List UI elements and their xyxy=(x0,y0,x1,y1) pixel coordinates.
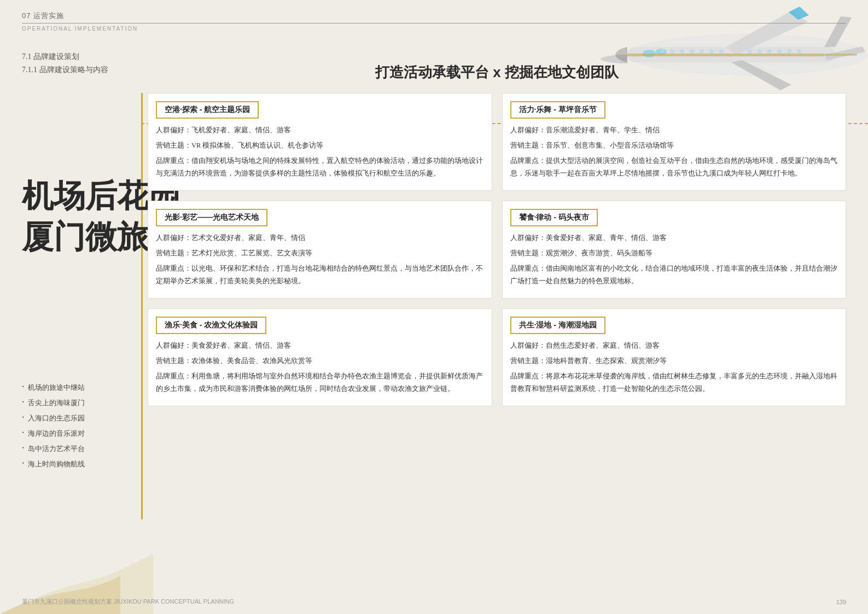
card-body-6: 人群偏好：自然生态爱好者、家庭、情侣、游客营销主题：湿地科普教育、生态探索、观赏… xyxy=(503,340,846,406)
top-header: 07 运营实施 OPERATIONAL IMPLEMENTATION xyxy=(22,11,846,32)
content-card-2: 活力·乐舞 - 草坪音乐节人群偏好：音乐潮流爱好者、青年、学生、情侣营销主题：音… xyxy=(502,93,847,191)
card-header-3: 光影·彩艺——光电艺术天地 xyxy=(156,209,267,226)
card-body-text: 人群偏好：飞机爱好者、家庭、情侣、游客 xyxy=(156,124,484,137)
card-header-5: 渔乐·美食 - 农渔文化体验园 xyxy=(156,317,266,334)
card-body-text: 品牌重点：利用鱼塘，将利用场馆与室外自然环境相结合举办特色农渔主题博览会，并提供… xyxy=(156,370,484,396)
main-content: 打造活动承载平台 x 挖掘在地文创团队 空港·探索 - 航空主题乐园人群偏好：飞… xyxy=(148,63,846,406)
footer-page-number: 139 xyxy=(836,599,846,605)
footer-left-text: 厦门市九溪口公园概念性规划方案 JIUXIKOU PARK CONCEPTUAL… xyxy=(22,598,234,606)
section-title-1: 7.1 品牌建设策划 xyxy=(22,52,108,62)
card-body-text: 营销主题：农渔体验、美食品尝、农渔风光欣赏等 xyxy=(156,355,484,368)
svg-rect-15 xyxy=(777,49,782,54)
svg-rect-5 xyxy=(660,49,665,54)
svg-rect-4 xyxy=(627,54,824,56)
card-header-4: 饕食·律动 - 码头夜市 xyxy=(510,209,598,226)
card-body-text: 品牌重点：借由翔安机场与场地之间的特殊发展特性，置入航空特色的体验活动，通过多功… xyxy=(156,155,484,181)
content-card-1: 空港·探索 - 航空主题乐园人群偏好：飞机爱好者、家庭、情侣、游客营销主题：VR… xyxy=(148,93,492,191)
svg-rect-9 xyxy=(700,49,704,54)
svg-rect-14 xyxy=(767,49,772,54)
card-body-text: 营销主题：音乐节、创意市集、小型音乐活动场馆等 xyxy=(510,139,838,153)
bullet-list-item: 入海口的生态乐园 xyxy=(22,413,85,423)
card-body-text: 人群偏好：美食爱好者、家庭、青年、情侣、游客 xyxy=(510,232,838,245)
bullet-list-item: 舌尖上的海味厦门 xyxy=(22,398,85,408)
card-body-text: 营销主题：VR 模拟体验、飞机构造认识、机仓参访等 xyxy=(156,139,484,153)
card-body-text: 营销主题：观赏潮汐、夜市游赏、码头游船等 xyxy=(510,247,838,260)
card-header-2: 活力·乐舞 - 草坪音乐节 xyxy=(510,101,605,119)
svg-rect-11 xyxy=(719,49,724,54)
card-body-text: 人群偏好：自然生态爱好者、家庭、情侣、游客 xyxy=(510,340,838,353)
svg-rect-12 xyxy=(748,49,752,54)
svg-rect-13 xyxy=(758,49,762,54)
page-footer: 厦门市九溪口公园概念性规划方案 JIUXIKOU PARK CONCEPTUAL… xyxy=(0,598,868,606)
card-body-2: 人群偏好：音乐潮流爱好者、青年、学生、情侣营销主题：音乐节、创意市集、小型音乐活… xyxy=(503,124,846,190)
content-card-6: 共生·湿地 - 海潮湿地园人群偏好：自然生态爱好者、家庭、情侣、游客营销主题：湿… xyxy=(502,308,847,406)
card-body-text: 品牌重点：以光电、环保和艺术结合，打造与台地花海相结合的特色网红景点，与当地艺术… xyxy=(156,262,484,289)
cards-grid: 空港·探索 - 航空主题乐园人群偏好：飞机爱好者、家庭、情侣、游客营销主题：VR… xyxy=(148,93,846,406)
svg-rect-16 xyxy=(787,49,791,54)
page-container: 07 运营实施 OPERATIONAL IMPLEMENTATION 7.1 品… xyxy=(0,0,868,614)
card-header-1: 空港·探索 - 航空主题乐园 xyxy=(156,101,259,119)
bullet-list: 机场的旅途中继站舌尖上的海味厦门入海口的生态乐园海岸边的音乐派对岛中活力艺术平台… xyxy=(22,383,85,475)
svg-rect-6 xyxy=(670,49,674,54)
card-body-5: 人群偏好：美食爱好者、家庭、情侣、游客营销主题：农渔体验、美食品尝、农渔风光欣赏… xyxy=(148,340,492,406)
card-body-3: 人群偏好：艺术文化爱好者、家庭、青年、情侣营销主题：艺术灯光欣赏、工艺展览、艺文… xyxy=(148,232,492,298)
bullet-list-item: 机场的旅途中继站 xyxy=(22,383,85,393)
svg-rect-10 xyxy=(709,49,714,54)
content-card-4: 饕食·律动 - 码头夜市人群偏好：美食爱好者、家庭、青年、情侣、游客营销主题：观… xyxy=(502,201,847,299)
card-header-6: 共生·湿地 - 海潮湿地园 xyxy=(510,317,605,334)
card-body-text: 品牌重点：提供大型活动的展演空间，创造社会互动平台，借由生态自然的场地环境，感受… xyxy=(510,155,838,181)
svg-rect-8 xyxy=(690,49,694,54)
vertical-gold-line xyxy=(141,93,143,519)
section-titles: 7.1 品牌建设策划 7.1.1 品牌建设策略与内容 xyxy=(22,52,108,75)
card-body-text: 品牌重点：借由闽南地区富有的小吃文化，结合港口的地域环境，打造丰富的夜生活体验，… xyxy=(510,262,838,289)
section-title-2: 7.1.1 品牌建设策略与内容 xyxy=(22,65,108,75)
card-body-4: 人群偏好：美食爱好者、家庭、青年、情侣、游客营销主题：观赏潮汐、夜市游赏、码头游… xyxy=(503,232,846,298)
content-card-5: 渔乐·美食 - 农渔文化体验园人群偏好：美食爱好者、家庭、情侣、游客营销主题：农… xyxy=(148,308,492,406)
card-body-text: 营销主题：湿地科普教育、生态探索、观赏潮汐等 xyxy=(510,355,838,368)
svg-rect-17 xyxy=(797,49,801,54)
card-body-text: 人群偏好：美食爱好者、家庭、情侣、游客 xyxy=(156,340,484,353)
center-heading: 打造活动承载平台 x 挖掘在地文创团队 xyxy=(148,63,846,82)
chapter-sublabel: OPERATIONAL IMPLEMENTATION xyxy=(22,26,846,32)
bullet-list-item: 海上时尚购物航线 xyxy=(22,459,85,469)
card-body-text: 营销主题：艺术灯光欣赏、工艺展览、艺文表演等 xyxy=(156,247,484,260)
bullet-list-item: 岛中活力艺术平台 xyxy=(22,444,85,454)
card-body-text: 品牌重点：将原本布花花米草侵袭的海岸线，借由红树林生态修复，丰富多元的生态环境，… xyxy=(510,370,838,396)
svg-rect-7 xyxy=(680,49,684,54)
content-card-3: 光影·彩艺——光电艺术天地人群偏好：艺术文化爱好者、家庭、青年、情侣营销主题：艺… xyxy=(148,201,492,299)
svg-rect-18 xyxy=(824,54,857,56)
card-body-1: 人群偏好：飞机爱好者、家庭、情侣、游客营销主题：VR 模拟体验、飞机构造认识、机… xyxy=(148,124,492,190)
card-body-text: 人群偏好：艺术文化爱好者、家庭、青年、情侣 xyxy=(156,232,484,245)
card-body-text: 人群偏好：音乐潮流爱好者、青年、学生、情侣 xyxy=(510,124,838,137)
bullet-list-item: 海岸边的音乐派对 xyxy=(22,429,85,438)
chapter-label: 07 运营实施 xyxy=(22,11,846,24)
